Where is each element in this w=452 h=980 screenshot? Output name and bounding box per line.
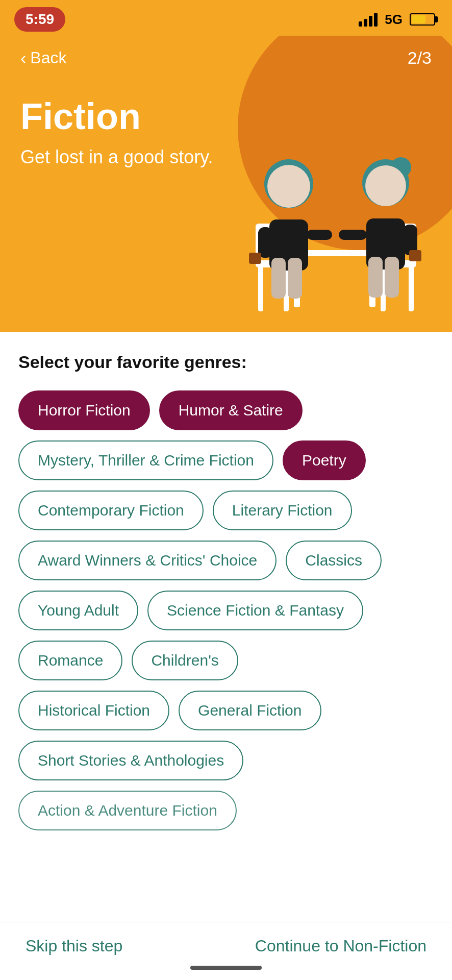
home-bar: [190, 966, 262, 970]
genre-chip-shortstories[interactable]: Short Stories & Anthologies: [18, 741, 243, 780]
svg-rect-21: [249, 253, 261, 264]
svg-rect-28: [385, 257, 399, 298]
network-type: 5G: [385, 12, 403, 28]
genre-row-3: Contemporary Fiction Literary Fiction: [18, 491, 434, 530]
signal-bar-3: [369, 16, 372, 27]
hero-subtitle: Get lost in a good story.: [20, 145, 432, 169]
status-time: 5:59: [14, 7, 65, 32]
hero-content: Fiction Get lost in a good story.: [0, 80, 452, 185]
genre-chip-classics[interactable]: Classics: [286, 541, 382, 580]
battery-tip: [435, 16, 438, 22]
status-bar: 5:59 5G: [0, 0, 452, 36]
genre-chip-ya[interactable]: Young Adult: [18, 591, 138, 630]
genre-chip-humor[interactable]: Humor & Satire: [159, 390, 303, 430]
bottom-actions: Skip this step Continue to Non-Fiction: [26, 937, 426, 955]
genre-chip-childrens[interactable]: Children's: [132, 641, 238, 680]
continue-button[interactable]: Continue to Non-Fiction: [255, 937, 426, 955]
svg-rect-29: [339, 230, 367, 240]
genre-chip-historical[interactable]: Historical Fiction: [18, 691, 169, 730]
genre-chip-poetry[interactable]: Poetry: [283, 440, 366, 480]
genre-row-6: Romance Children's: [18, 641, 434, 680]
battery-fill: [412, 15, 425, 23]
genre-row-1: Horror Fiction Humor & Satire: [18, 390, 434, 430]
hero-section: ‹ Back 2/3 Fiction Get lost in a good st…: [0, 36, 452, 332]
signal-bar-4: [374, 13, 378, 27]
genre-chip-literary[interactable]: Literary Fiction: [213, 491, 352, 530]
signal-bar-1: [359, 21, 362, 27]
signal-icon: [359, 13, 378, 27]
genre-row-5: Young Adult Science Fiction & Fantasy: [18, 591, 434, 630]
svg-rect-18: [271, 258, 286, 299]
bottom-bar: Skip this step Continue to Non-Fiction: [0, 922, 452, 980]
genre-chip-action[interactable]: Action & Adventure Fiction: [18, 791, 237, 830]
status-right: 5G: [359, 12, 438, 28]
svg-rect-27: [368, 257, 383, 298]
back-chevron-icon: ‹: [20, 48, 26, 68]
genre-chip-mystery[interactable]: Mystery, Thriller & Crime Fiction: [18, 440, 273, 480]
hero-title: Fiction: [20, 95, 432, 137]
genre-chip-award[interactable]: Award Winners & Critics' Choice: [18, 541, 277, 580]
skip-button[interactable]: Skip this step: [26, 937, 122, 955]
back-label: Back: [30, 48, 66, 67]
genre-row-4: Award Winners & Critics' Choice Classics: [18, 541, 434, 580]
genre-chip-romance[interactable]: Romance: [18, 641, 122, 680]
genres-grid: Horror Fiction Humor & Satire Mystery, T…: [18, 390, 434, 830]
svg-rect-22: [307, 230, 332, 240]
section-label: Select your favorite genres:: [18, 352, 434, 372]
back-button[interactable]: ‹ Back: [20, 48, 66, 68]
hero-nav: ‹ Back 2/3: [0, 36, 452, 80]
genre-row-7: Historical Fiction General Fiction: [18, 691, 434, 730]
home-indicator: [26, 966, 426, 970]
genre-chip-general[interactable]: General Fiction: [179, 691, 321, 730]
content-section: Select your favorite genres: Horror Fict…: [0, 332, 452, 912]
genre-chip-scifi[interactable]: Science Fiction & Fantasy: [147, 591, 363, 630]
genre-row-8: Short Stories & Anthologies: [18, 741, 434, 780]
svg-rect-10: [409, 265, 414, 311]
genre-row-9: Action & Adventure Fiction: [18, 791, 434, 830]
step-indicator: 2/3: [408, 48, 432, 68]
svg-rect-19: [288, 258, 302, 299]
battery-icon: [410, 13, 438, 26]
svg-rect-31: [409, 250, 421, 261]
genre-row-2: Mystery, Thriller & Crime Fiction Poetry: [18, 440, 434, 480]
genre-chip-contemporary[interactable]: Contemporary Fiction: [18, 491, 204, 530]
genre-chip-horror[interactable]: Horror Fiction: [18, 390, 150, 430]
signal-bar-2: [364, 19, 367, 27]
svg-rect-3: [258, 265, 263, 311]
battery-body: [410, 13, 435, 26]
